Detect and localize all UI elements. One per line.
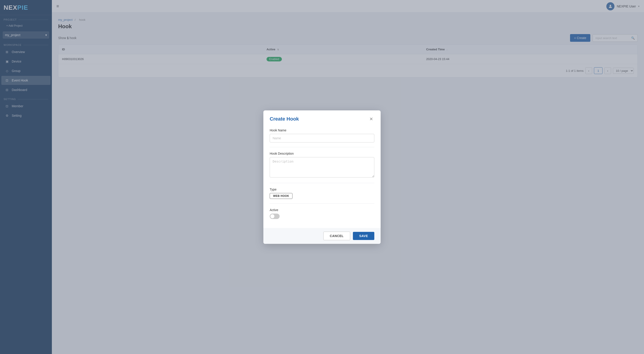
hook-name-group: Hook Name [270,128,374,142]
save-button[interactable]: SAVE [353,232,374,240]
active-group: Active [270,208,374,219]
modal-body: Hook Name Hook Description Type WEB HOOK… [263,126,381,228]
type-badge: WEB HOOK [270,193,292,199]
type-label: Type [270,188,374,191]
divider-1 [270,147,374,147]
type-group: Type WEB HOOK [270,188,374,199]
hook-name-label: Hook Name [270,128,374,132]
cancel-button[interactable]: CANCEL [323,232,350,240]
modal-close-button[interactable]: ✕ [368,116,374,122]
hook-description-input[interactable] [270,157,374,178]
hook-description-label: Hook Description [270,152,374,155]
create-hook-modal: Create Hook ✕ Hook Name Hook Description… [263,110,381,244]
active-label: Active [270,208,374,212]
modal-overlay: Create Hook ✕ Hook Name Hook Description… [52,0,644,354]
modal-footer: CANCEL SAVE [263,228,381,244]
main-content: ≡ NEXPIE User ▾ my_project / hook Hook S… [52,0,644,354]
hook-name-input[interactable] [270,134,374,142]
divider-2 [270,183,374,183]
modal-header: Create Hook ✕ [263,110,381,126]
modal-title: Create Hook [270,116,299,122]
active-toggle-wrap [270,214,374,219]
hook-description-group: Hook Description [270,152,374,178]
active-toggle[interactable] [270,214,280,219]
